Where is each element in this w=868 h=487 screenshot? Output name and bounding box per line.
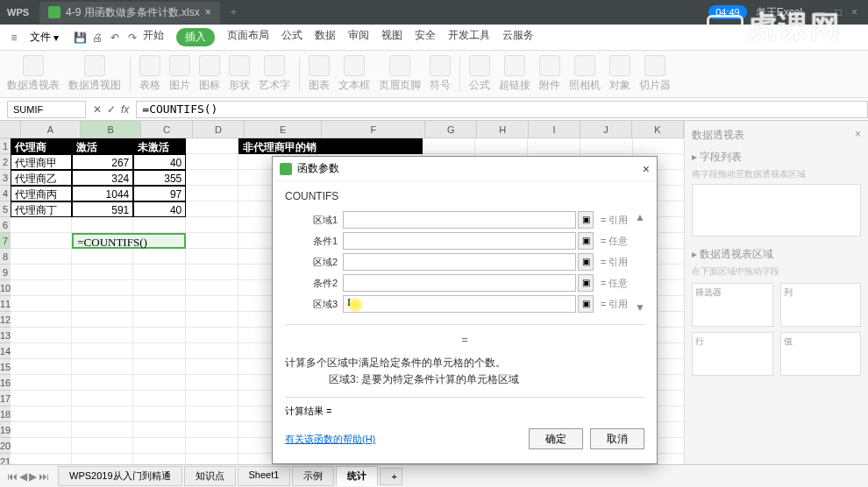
cell-D12[interactable]	[186, 312, 238, 328]
ribbon-tab-0[interactable]: 开始	[143, 28, 164, 46]
undo-icon[interactable]: ↶	[108, 31, 122, 45]
cell-C11[interactable]	[133, 296, 186, 312]
cell-D13[interactable]	[186, 328, 238, 343]
cell-B6[interactable]	[72, 217, 133, 233]
cell-C21[interactable]	[133, 454, 186, 464]
tool-4[interactable]: 图标	[199, 55, 220, 93]
row-header-19[interactable]: 19	[0, 422, 11, 438]
dialog-close-button[interactable]: ×	[643, 162, 650, 176]
cell-A9[interactable]	[11, 265, 72, 280]
panel-close-icon[interactable]: ×	[855, 128, 861, 143]
cell-A4[interactable]: 代理商丙	[11, 186, 72, 201]
cell-D9[interactable]	[186, 265, 238, 280]
cell-C19[interactable]	[133, 422, 186, 438]
cell-B20[interactable]	[72, 438, 133, 454]
cell-B4[interactable]: 1044	[72, 186, 133, 201]
cell-C4[interactable]: 97	[133, 186, 186, 201]
cell-C10[interactable]	[133, 280, 186, 296]
tool-5[interactable]: 形状	[229, 55, 250, 93]
col-header-E[interactable]: E	[245, 121, 322, 138]
cell-A11[interactable]	[11, 296, 72, 312]
cell-A17[interactable]	[11, 391, 72, 406]
row-header-2[interactable]: 2	[0, 154, 11, 170]
cell-C6[interactable]	[133, 217, 186, 233]
tool-8[interactable]: 文本框	[338, 55, 370, 93]
accept-formula-icon[interactable]: ✓	[107, 103, 116, 116]
cell-A3[interactable]: 代理商乙	[11, 170, 72, 186]
cell-C20[interactable]	[133, 438, 186, 454]
cell-A16[interactable]	[11, 375, 72, 391]
cell-D5[interactable]	[186, 201, 238, 217]
cell-C5[interactable]: 40	[133, 201, 186, 217]
cell-D17[interactable]	[186, 391, 238, 406]
cell-H1[interactable]	[475, 138, 528, 154]
cell-B12[interactable]	[72, 312, 133, 328]
tool-0[interactable]: 数据透视表	[7, 55, 60, 93]
row-header-20[interactable]: 20	[0, 438, 11, 454]
cell-D20[interactable]	[186, 438, 238, 454]
range-select-icon[interactable]: ▣	[578, 295, 594, 313]
tool-13[interactable]: 附件	[539, 55, 560, 93]
cell-D21[interactable]	[186, 454, 238, 464]
ribbon-tab-6[interactable]: 视图	[381, 28, 402, 46]
sheet-tab-0[interactable]: WPS2019从入门到精通	[58, 466, 182, 486]
cell-C1[interactable]: 未激活	[133, 138, 186, 154]
row-header-15[interactable]: 15	[0, 359, 11, 375]
cell-B14[interactable]	[72, 343, 133, 359]
ribbon-tab-1[interactable]: 插入	[176, 28, 215, 46]
tool-6[interactable]: 艺术字	[259, 55, 290, 93]
cell-A12[interactable]	[11, 312, 72, 328]
cell-C8[interactable]	[133, 249, 186, 265]
sheet-tab-3[interactable]: 示例	[292, 466, 334, 486]
cell-A13[interactable]	[11, 328, 72, 343]
formula-input[interactable]: =COUNTIFS()	[136, 101, 868, 118]
col-header-G[interactable]: G	[425, 121, 477, 138]
cell-B18[interactable]	[72, 406, 133, 422]
cell-A5[interactable]: 代理商丁	[11, 201, 72, 217]
ribbon-tab-7[interactable]: 安全	[415, 28, 436, 46]
doc-close-icon[interactable]: ×	[205, 6, 211, 18]
cell-D1[interactable]	[186, 138, 238, 154]
cell-D11[interactable]	[186, 296, 238, 312]
cell-C3[interactable]: 355	[133, 170, 186, 186]
tool-3[interactable]: 图片	[169, 55, 190, 93]
tool-1[interactable]: 数据透视图	[68, 55, 121, 93]
cell-B1[interactable]: 激活	[72, 138, 133, 154]
cell-B16[interactable]	[72, 375, 133, 391]
col-header-F[interactable]: F	[322, 121, 425, 138]
tool-14[interactable]: 照相机	[569, 55, 601, 93]
col-header-B[interactable]: B	[81, 121, 141, 138]
row-header-12[interactable]: 12	[0, 312, 11, 328]
cancel-formula-icon[interactable]: ✕	[93, 103, 102, 116]
cell-J1[interactable]	[580, 138, 633, 154]
sheet-next-icon[interactable]: ▶	[29, 470, 37, 483]
sheet-tab-2[interactable]: Sheet1	[238, 466, 291, 486]
value-area[interactable]: 值	[780, 332, 862, 376]
param-input-3[interactable]	[343, 274, 576, 292]
cell-A21[interactable]	[11, 454, 72, 464]
sheet-tab-4[interactable]: 统计	[336, 466, 378, 486]
col-header-I[interactable]: I	[529, 121, 580, 138]
tool-2[interactable]: 表格	[139, 55, 160, 93]
col-header-K[interactable]: K	[632, 121, 684, 138]
ribbon-tab-2[interactable]: 页面布局	[227, 28, 269, 46]
ribbon-tab-8[interactable]: 开发工具	[448, 28, 490, 46]
print-icon[interactable]: 🖨	[90, 31, 104, 45]
cell-B3[interactable]: 324	[72, 170, 133, 186]
cell-B5[interactable]: 591	[72, 201, 133, 217]
cell-D14[interactable]	[186, 343, 238, 359]
save-icon[interactable]: 💾	[73, 31, 87, 45]
menu-icon[interactable]: ≡	[7, 31, 21, 45]
col-header-D[interactable]: D	[193, 121, 245, 138]
param-input-0[interactable]	[343, 211, 576, 229]
range-select-icon[interactable]: ▣	[578, 211, 594, 229]
col-header-C[interactable]: C	[141, 121, 193, 138]
cell-D10[interactable]	[186, 280, 238, 296]
cell-G1[interactable]	[423, 138, 475, 154]
ribbon-tab-4[interactable]: 数据	[315, 28, 336, 46]
cell-A20[interactable]	[11, 438, 72, 454]
select-all-corner[interactable]	[0, 121, 21, 138]
cell-A15[interactable]	[11, 359, 72, 375]
tool-15[interactable]: 对象	[609, 55, 630, 93]
cell-B13[interactable]	[72, 328, 133, 343]
